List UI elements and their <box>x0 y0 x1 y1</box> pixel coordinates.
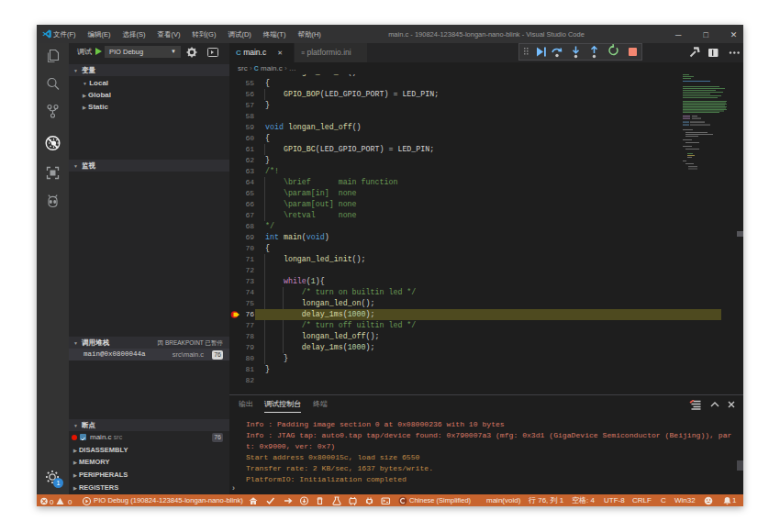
svg-text:0: 0 <box>50 497 54 505</box>
svg-text:1: 1 <box>57 480 61 486</box>
svg-text:0: 0 <box>68 497 72 505</box>
